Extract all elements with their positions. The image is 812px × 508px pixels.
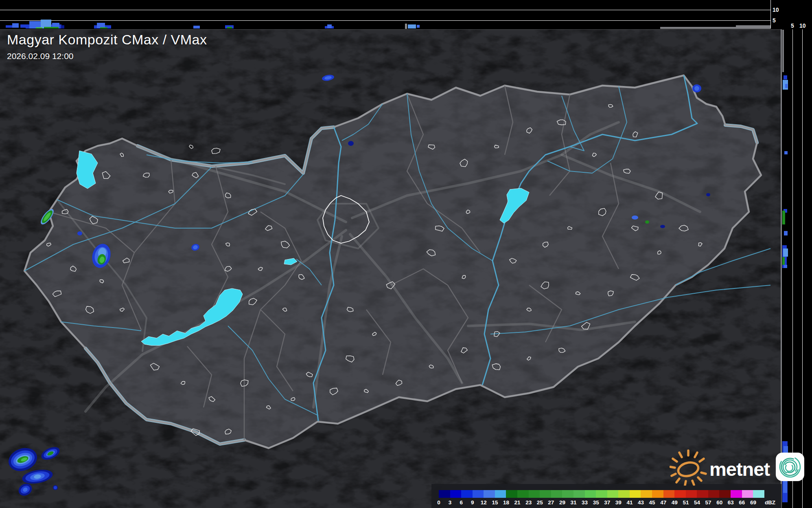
- legend-tick-label: 12: [481, 499, 487, 506]
- legend-color-block: [484, 490, 495, 498]
- right-axis-label-5: 5: [791, 23, 794, 29]
- legend-color-block: [585, 490, 596, 498]
- legend-tick-label: 0: [437, 499, 440, 506]
- legend-tick-label: 15: [492, 499, 498, 506]
- profile-echo: [61, 25, 64, 29]
- legend-color-block: [618, 490, 630, 498]
- legend-color-block: [697, 490, 708, 498]
- legend-tick-label: 9: [471, 499, 474, 506]
- legend-color-block: [630, 490, 641, 498]
- profile-echo: [20, 24, 26, 28]
- legend-tick-label: 6: [460, 499, 463, 506]
- legend-tick-label: 69: [750, 499, 756, 506]
- radar-composite-screen: 10 5 5 10 Magyar Kompozit CMax / VMax 20…: [0, 0, 812, 508]
- profile-echo: [227, 27, 232, 29]
- legend-tick-label: 54: [694, 499, 700, 506]
- profile-echo: [784, 75, 787, 79]
- metnet-logo-text: metnet: [709, 458, 770, 480]
- legend-color-block: [731, 490, 742, 498]
- profile-echo: [783, 249, 788, 257]
- profile-echo: [193, 26, 200, 29]
- top-gridline-10km: [0, 10, 770, 10]
- timestamp: 2026.02.09 12:00: [7, 51, 207, 61]
- legend-tick-label: 43: [638, 499, 644, 506]
- legend-color-block: [551, 490, 562, 498]
- profile-echo: [100, 27, 107, 29]
- profile-echo: [12, 23, 19, 28]
- legend-color-block: [641, 490, 652, 498]
- legend-color-block: [517, 490, 529, 498]
- profile-echo: [417, 25, 420, 28]
- legend-tick-label: 41: [626, 499, 633, 506]
- legend-color-block: [652, 490, 663, 498]
- profile-echo: [782, 30, 784, 72]
- profile-echo: [782, 211, 785, 224]
- dbz-color-legend: 0369121518212325272931333537394143454749…: [431, 484, 781, 508]
- legend-tick-label: 39: [615, 499, 622, 506]
- profile-echo: [784, 495, 787, 502]
- legend-color-block: [753, 490, 764, 498]
- legend-tick-label: 63: [728, 499, 734, 506]
- title-block: Magyar Kompozit CMax / VMax 2026.02.09 1…: [7, 32, 207, 61]
- profile-echo: [784, 231, 788, 235]
- profile-echo: [785, 84, 788, 88]
- top-height-profile-panel: 10 5 5 10: [0, 0, 812, 29]
- legend-color-block: [719, 490, 731, 498]
- legend-color-block: [573, 490, 585, 498]
- legend-tick-label: 29: [559, 499, 565, 506]
- right-gridline-10km: [802, 3, 803, 508]
- legend-tick-label: 60: [716, 499, 722, 506]
- map-canvas: [0, 0, 812, 508]
- legend-tick-label: 27: [548, 499, 554, 506]
- profile-echo: [784, 265, 787, 268]
- legend-tick-label: 33: [582, 499, 588, 506]
- legend-tick-label: 25: [537, 499, 543, 506]
- legend-tick-label: 35: [593, 499, 599, 506]
- legend-color-block: [450, 490, 462, 498]
- legend-tick-label: 51: [683, 499, 689, 506]
- legend-color-block: [708, 490, 720, 498]
- legend-color-block: [439, 490, 450, 498]
- top-axis-label-5: 5: [773, 18, 776, 23]
- legend-color-block: [506, 490, 517, 498]
- legend-color-block: [607, 490, 619, 498]
- legend-tick-label: 49: [672, 499, 678, 506]
- legend-color-block: [674, 490, 686, 498]
- legend-tick-label: 45: [649, 499, 655, 506]
- metnet-app-icon: [775, 452, 805, 482]
- page-title: Magyar Kompozit CMax / VMax: [7, 32, 207, 48]
- profile-echo: [327, 24, 332, 28]
- profile-echo: [405, 24, 407, 29]
- legend-tick-label: 57: [705, 499, 711, 506]
- legend-tick-label: 23: [525, 499, 532, 506]
- legend-tick-label: 47: [660, 499, 666, 506]
- right-axis-label-10: 10: [799, 23, 806, 29]
- legend-color-block: [473, 490, 484, 498]
- legend-color-block: [663, 490, 675, 498]
- legend-color-block: [596, 490, 607, 498]
- legend-color-block: [540, 490, 551, 498]
- profile-echo: [408, 24, 416, 29]
- profile-echo: [782, 257, 785, 265]
- legend-tick-label: 66: [739, 499, 745, 506]
- legend-tick-label: 21: [514, 499, 521, 506]
- top-panel-axis-line: [770, 0, 771, 29]
- legend-unit-label: dBZ: [765, 499, 775, 506]
- legend-color-block: [495, 490, 506, 498]
- legend-color-block: [686, 490, 697, 498]
- legend-color-block: [562, 490, 573, 498]
- profile-echo: [784, 151, 788, 154]
- top-axis-label-10: 10: [773, 7, 779, 13]
- sun-icon: [670, 448, 707, 486]
- metnet-branding: metnet: [670, 448, 805, 486]
- legend-tick-label: 18: [503, 499, 509, 506]
- profile-echo: [736, 25, 770, 29]
- legend-tick-label: 3: [449, 499, 452, 506]
- right-gridline-5km: [792, 3, 793, 508]
- profile-echo: [660, 27, 736, 29]
- hungary-radar-map: [0, 0, 812, 508]
- legend-tick-label: 31: [571, 499, 577, 506]
- legend-color-block: [529, 490, 540, 498]
- legend-color-block: [742, 490, 753, 498]
- profile-echo: [44, 27, 59, 29]
